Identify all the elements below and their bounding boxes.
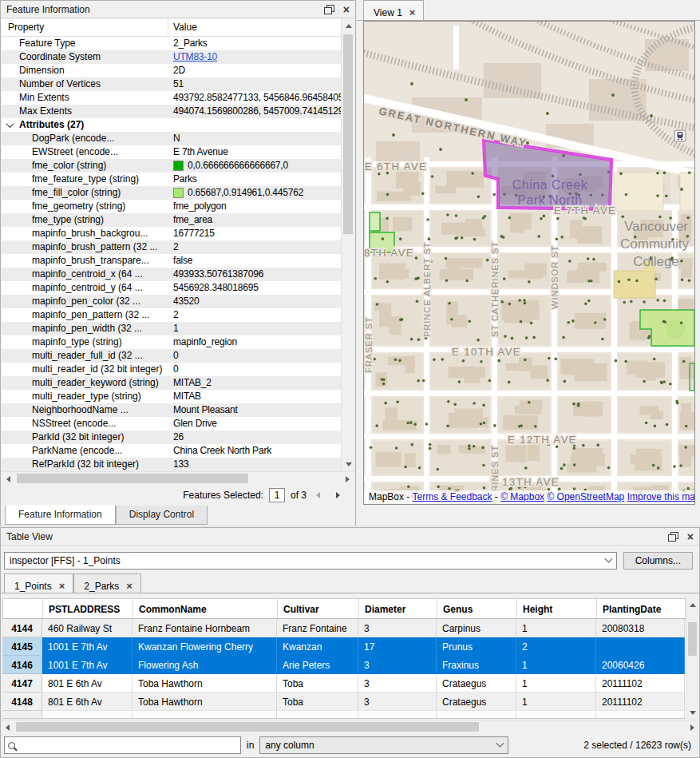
osm-link[interactable]: © OpenStreetMap — [547, 491, 624, 502]
tab-1_points[interactable]: 1_Points× — [4, 573, 73, 593]
property-row[interactable]: EWStreet (encode...E 7th Avenue — [2, 145, 341, 159]
property-row[interactable]: NeighborhoodName ...Mount Pleasant — [2, 403, 341, 417]
property-row[interactable]: mapinfo_centroid_x (64 ...493933.5076138… — [2, 268, 341, 281]
column-header-plantingdate[interactable]: PlantingDate — [597, 599, 686, 618]
feature-info-vertical-scrollbar[interactable] — [341, 19, 354, 471]
table-cell[interactable]: 1001 E 7th Av — [42, 637, 132, 656]
features-selected-input[interactable]: 1 — [269, 488, 285, 502]
column-header-commonname[interactable]: CommonName — [133, 599, 278, 618]
table-cell[interactable]: Fraxinus — [437, 656, 516, 674]
table-cell[interactable]: Crataegus — [437, 674, 516, 693]
table-cell[interactable]: 2 — [516, 637, 596, 656]
property-row[interactable]: fme_geometry (string)fme_polygon — [2, 200, 341, 213]
table-cell[interactable]: Flowering Ash — [132, 656, 277, 674]
close-panel-icon[interactable]: × — [343, 5, 350, 14]
table-row[interactable]: 41461001 E 7th AvFlowering AshArie Peter… — [2, 656, 686, 674]
tab-display-control[interactable]: Display Control — [116, 506, 208, 525]
table-cell[interactable]: Toba Hawthorn — [132, 674, 277, 693]
row-header[interactable]: 4147 — [2, 674, 42, 693]
property-row[interactable]: NSStreet (encode...Glen Drive — [2, 417, 341, 431]
table-cell[interactable]: Franz Fontaine Hornbeam — [132, 619, 277, 637]
scroll-right-icon[interactable] — [341, 472, 354, 486]
row-header[interactable]: 4145 — [2, 637, 42, 656]
property-row[interactable]: fme_fill_color (string)0.65687,0.914961,… — [2, 186, 341, 200]
float-panel-icon[interactable] — [668, 532, 678, 541]
scroll-right-icon[interactable] — [686, 720, 699, 734]
table-cell[interactable]: Carpinus — [437, 619, 516, 637]
column-filter-select[interactable]: any column — [259, 736, 508, 754]
property-row[interactable]: mapinfo_brush_transpare...false — [2, 254, 341, 268]
property-row[interactable]: mapinfo_pen_width (32 ...1 — [2, 322, 341, 335]
search-input[interactable] — [4, 736, 241, 754]
property-row[interactable]: fme_feature_type (string)Parks — [2, 173, 341, 186]
column-header-cultivar[interactable]: Cultivar — [278, 599, 359, 618]
table-cell[interactable]: 1001 E 7th Av — [42, 656, 132, 674]
column-header-pstladdress[interactable]: PSTLADDRESS — [43, 599, 133, 618]
property-row[interactable]: Coordinate SystemUTM83-10 — [2, 50, 341, 64]
table-cell[interactable]: 1 — [516, 693, 596, 711]
property-row[interactable]: Max Extents494074.1569800286, 5457009.74… — [2, 105, 341, 118]
table-cell[interactable]: Arie Peters — [277, 656, 358, 674]
table-cell[interactable]: Franz Fontaine — [277, 619, 358, 637]
attributes-group-row[interactable]: Attributes (27) — [2, 118, 341, 132]
close-tab-icon[interactable]: × — [59, 582, 65, 590]
table-cell[interactable]: 20060426 — [596, 656, 685, 674]
property-row[interactable]: Dimension2D — [2, 64, 341, 77]
close-tab-icon[interactable]: × — [409, 9, 416, 17]
property-row[interactable]: Min Extents493792.8582477133, 5456846.96… — [2, 91, 341, 105]
float-panel-icon[interactable] — [324, 5, 334, 14]
property-row[interactable]: multi_reader_keyword (string)MITAB_2 — [2, 376, 341, 390]
columns-button[interactable]: Columns... — [623, 552, 693, 569]
table-row[interactable]: 4148801 E 6th AvToba HawthornToba3Cratae… — [2, 693, 686, 711]
property-row[interactable]: ParkId (32 bit integer)26 — [2, 431, 341, 444]
coordinate-system-link[interactable]: UTM83-10 — [173, 50, 217, 64]
table-cell[interactable]: 1 — [516, 619, 596, 637]
table-cell[interactable]: 460 Railway St — [42, 619, 132, 637]
row-header[interactable]: 4144 — [2, 619, 42, 637]
property-row[interactable]: RefParkId (32 bit integer)133 — [2, 458, 341, 471]
table-cell[interactable]: Crataegus — [437, 693, 516, 711]
table-cell[interactable]: 3 — [358, 674, 437, 693]
table-row[interactable]: 4147801 E 6th AvToba HawthornToba3Cratae… — [2, 674, 686, 693]
table-cell[interactable]: 20111102 — [596, 674, 685, 693]
table-cell[interactable]: 801 E 6th Av — [42, 674, 132, 693]
scroll-up-icon[interactable] — [686, 598, 699, 612]
property-row[interactable]: mapinfo_brush_pattern (32 ...2 — [2, 240, 341, 254]
property-row[interactable]: Number of Vertices51 — [2, 77, 341, 91]
scroll-up-icon[interactable] — [342, 19, 355, 33]
improve-map-link[interactable]: Improve this map — [627, 491, 695, 502]
scroll-left-icon[interactable] — [2, 472, 15, 486]
close-panel-icon[interactable]: × — [687, 532, 694, 542]
map-canvas[interactable]: GREAT NORTHERN WAY E 6TH AVE E 7TH AVE 8… — [363, 21, 695, 505]
expander-chevron-icon[interactable] — [6, 120, 14, 128]
next-feature-button[interactable] — [332, 489, 343, 502]
scrollbar-thumb[interactable] — [16, 722, 479, 732]
search-field[interactable] — [15, 738, 240, 752]
table-horizontal-scrollbar[interactable] — [1, 720, 699, 733]
table-row[interactable]: 4144460 Railway StFranz Fontaine Hornbea… — [2, 619, 686, 637]
scrollbar-thumb[interactable] — [343, 34, 353, 234]
table-cell[interactable]: Toba — [277, 674, 358, 693]
table-cell[interactable]: Toba — [277, 693, 358, 711]
table-cell[interactable]: Kwanzan Flowering Cherry — [132, 637, 277, 656]
dataset-select[interactable]: inspector [FFS] - 1_Points — [4, 552, 617, 569]
table-cell[interactable]: 3 — [358, 619, 437, 637]
property-row[interactable]: DogPark (encode...N — [2, 132, 341, 145]
table-cell[interactable]: 3 — [358, 693, 437, 711]
property-row[interactable]: mapinfo_brush_backgrou...16777215 — [2, 227, 341, 240]
mapbox-link[interactable]: © Mapbox — [500, 491, 544, 502]
tab-feature-information[interactable]: Feature Information — [5, 505, 116, 525]
table-vertical-scrollbar[interactable] — [686, 598, 698, 720]
scrollbar-thumb[interactable] — [688, 622, 697, 656]
close-tab-icon[interactable]: × — [126, 582, 132, 590]
terms-feedback-link[interactable]: Terms & Feedback — [412, 491, 492, 502]
row-header[interactable]: 4146 — [2, 656, 42, 674]
tab-view-1[interactable]: View 1 × — [363, 0, 424, 20]
table-cell[interactable]: 1 — [516, 674, 596, 693]
row-header[interactable]: 4148 — [2, 693, 42, 711]
property-row[interactable]: mapinfo_centroid_y (64 ...5456928.348018… — [2, 281, 341, 295]
tab-2_parks[interactable]: 2_Parks× — [73, 573, 141, 593]
property-row[interactable]: fme_color (string)0,0.666666666666667,0 — [2, 159, 341, 173]
property-row[interactable]: ParkName (encode...China Creek North Par… — [2, 444, 341, 458]
column-header-diameter[interactable]: Diameter — [359, 599, 437, 618]
